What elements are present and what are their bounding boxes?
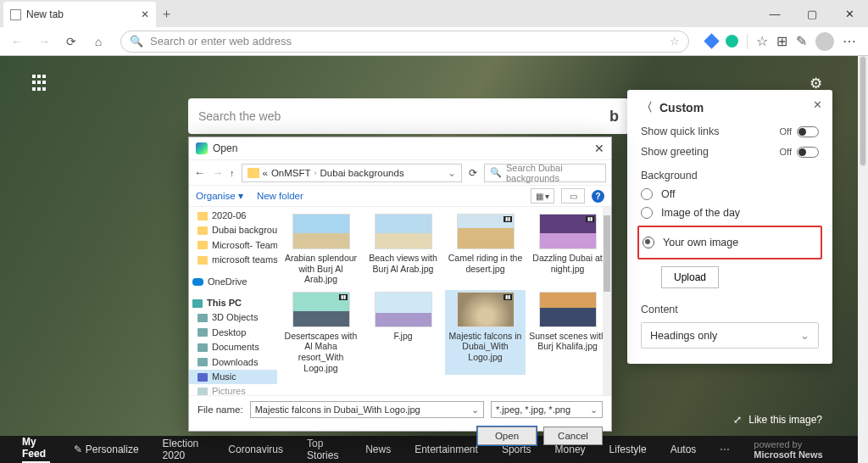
back-icon[interactable]: 〈 <box>641 100 653 115</box>
dialog-close-icon[interactable]: ✕ <box>594 142 604 155</box>
feed-item-autos[interactable]: Autos <box>670 443 697 455</box>
file-item-f[interactable]: F.jpg <box>363 290 443 375</box>
filetype-dropdown[interactable]: *.jpeg, *.jpg, *.png⌄ <box>491 401 603 418</box>
chevron-down-icon[interactable]: ⌄ <box>471 404 479 416</box>
tab-label: New tab <box>26 8 64 20</box>
minimize-button[interactable]: — <box>756 0 793 27</box>
file-list: Arabian splendour with Burj Al Arab.jpgB… <box>277 207 611 395</box>
address-bar[interactable]: 🔍 Search or enter web address ☆ <box>120 31 689 53</box>
dialog-buttons: Open Cancel <box>189 423 611 452</box>
tab-close-icon[interactable]: ✕ <box>141 8 149 20</box>
filename-input[interactable]: Majestic falcons in Dubai_With Logo.jpg⌄ <box>250 401 484 418</box>
profile-avatar[interactable] <box>815 32 834 51</box>
nav-up-icon[interactable]: ↑ <box>230 168 235 178</box>
favorite-icon[interactable]: ☆ <box>670 35 680 47</box>
tree-onedrive[interactable]: OneDrive <box>189 275 277 289</box>
breadcrumb[interactable]: « OnMSFT › Dubai backgrounds ⌄ <box>242 164 463 182</box>
nav-forward-icon[interactable]: → <box>212 166 223 179</box>
dialog-body: 2020-06 Dubai backgrou Microsoft- Team m… <box>189 207 611 395</box>
file-scrollbar[interactable] <box>603 207 611 395</box>
forward-button[interactable]: → <box>32 30 56 53</box>
path-current[interactable]: Dubai backgrounds <box>320 168 404 178</box>
collections-icon[interactable]: ⊞ <box>776 33 787 49</box>
feed-item-lifestyle[interactable]: Lifestyle <box>609 443 647 455</box>
powered-by: powered by Microsoft News <box>754 439 836 460</box>
search-placeholder: Search Dubai backgrounds <box>506 163 600 183</box>
apps-icon[interactable] <box>32 75 49 92</box>
nav-back-icon[interactable]: ← <box>194 166 205 179</box>
tree-music[interactable]: Music <box>189 370 277 384</box>
quick-links-toggle[interactable]: Off <box>780 126 819 137</box>
tree-this-pc[interactable]: This PC <box>189 296 277 310</box>
tree-folder[interactable]: Dubai backgrou <box>189 223 277 237</box>
folder-tree: 2020-06 Dubai backgrou Microsoft- Team m… <box>189 207 277 395</box>
chevron-down-icon: ⌄ <box>800 329 810 342</box>
reading-icon[interactable]: ✎ <box>796 33 807 49</box>
file-item-beach[interactable]: Beach views with Burj Al Arab.jpg <box>363 212 443 287</box>
panel-close-icon[interactable]: ✕ <box>813 98 822 111</box>
help-icon[interactable]: ? <box>592 190 604 203</box>
tree-folder[interactable]: Microsoft- Team <box>189 238 277 253</box>
close-window-button[interactable]: ✕ <box>831 0 868 27</box>
refresh-button[interactable]: ⟳ <box>59 30 83 53</box>
tab-favicon <box>10 9 21 20</box>
feed-item-personalize[interactable]: ✎Personalize <box>74 443 139 455</box>
greeting-label: Show greeting <box>641 146 709 158</box>
file-item-arabian[interactable]: Arabian splendour with Burj Al Arab.jpg <box>281 212 361 287</box>
content-section-label: Content <box>641 304 819 315</box>
file-thumbnail <box>375 292 432 327</box>
back-button[interactable]: ← <box>5 30 29 53</box>
folder-icon <box>198 241 208 249</box>
tree-folder[interactable]: 2020-06 <box>189 209 277 223</box>
dialog-toolbar: Organise ▾ New folder ▦ ▾ ▭ ? <box>189 185 611 207</box>
file-item-camel[interactable]: ▮▮Camel riding in the desert.jpg <box>445 212 526 287</box>
file-item-desertscapes[interactable]: ▮▮Desertscapes with Al Maha resort_With … <box>281 290 361 375</box>
open-button[interactable]: Open <box>477 427 537 445</box>
upload-button[interactable]: Upload <box>661 266 719 288</box>
bg-option-image-of-day[interactable]: Image of the day <box>641 207 819 219</box>
new-tab-button[interactable]: ＋ <box>156 6 176 22</box>
diamond-icon[interactable] <box>704 33 719 48</box>
file-name: Dazzling Dubai at night.jpg <box>529 253 606 274</box>
view-mode-button[interactable]: ▦ ▾ <box>531 188 554 204</box>
bg-option-off[interactable]: Off <box>641 188 819 200</box>
file-item-falcon[interactable]: ▮▮Majestic falcons in Dubai_With Logo.jp… <box>445 290 526 375</box>
tree-pictures[interactable]: Pictures <box>189 384 277 395</box>
nav-refresh-icon[interactable]: ⟳ <box>469 167 477 179</box>
favorites-icon[interactable]: ☆ <box>756 33 768 49</box>
organise-button[interactable]: Organise ▾ <box>196 190 243 202</box>
home-button[interactable]: ⌂ <box>86 30 110 53</box>
tree-downloads[interactable]: Downloads <box>189 355 277 370</box>
radio-icon <box>643 237 654 248</box>
tree-folder[interactable]: microsoft teams <box>189 253 277 267</box>
content-dropdown[interactable]: Headings only ⌄ <box>641 322 819 349</box>
file-name: Beach views with Burj Al Arab.jpg <box>364 253 442 274</box>
maximize-button[interactable]: ▢ <box>793 0 831 27</box>
tree-3d-objects[interactable]: 3D Objects <box>189 310 277 325</box>
menu-icon[interactable]: ⋯ <box>843 33 856 49</box>
new-folder-button[interactable]: New folder <box>257 191 303 201</box>
feed-more-icon[interactable]: ⋯ <box>720 443 730 455</box>
grammarly-icon[interactable] <box>726 35 738 47</box>
like-image-link[interactable]: ⤢ Like this image? <box>733 414 822 426</box>
dialog-search[interactable]: 🔍 Search Dubai backgrounds <box>484 164 606 182</box>
scroll-thumb[interactable] <box>860 56 866 166</box>
dialog-title: Open <box>213 142 237 154</box>
cancel-button[interactable]: Cancel <box>543 427 603 445</box>
path-root[interactable]: OnMSFT <box>271 168 311 178</box>
tree-documents[interactable]: Documents <box>189 340 277 354</box>
chevron-down-icon[interactable]: ⌄ <box>448 167 456 179</box>
feed-item-myfeed[interactable]: My Feed <box>22 436 50 463</box>
bg-option-own-image[interactable]: Your own image <box>643 237 817 248</box>
folder-icon <box>198 358 208 366</box>
tree-desktop[interactable]: Desktop <box>189 326 277 340</box>
file-open-dialog: Open ✕ ← → ↑ « OnMSFT › Dubai background… <box>188 137 612 432</box>
greeting-toggle[interactable]: Off <box>780 147 819 158</box>
file-item-sunset[interactable]: Sunset scenes with Burj Khalifa.jpg <box>527 290 608 375</box>
file-item-dazzling[interactable]: ▮▮Dazzling Dubai at night.jpg <box>527 212 608 287</box>
browser-tab[interactable]: New tab ✕ <box>3 2 156 27</box>
preview-pane-button[interactable]: ▭ <box>561 188 585 204</box>
panel-title: Custom <box>659 101 704 114</box>
page-scrollbar[interactable] <box>858 56 868 463</box>
bing-search-box[interactable]: Search the web b <box>188 98 629 134</box>
